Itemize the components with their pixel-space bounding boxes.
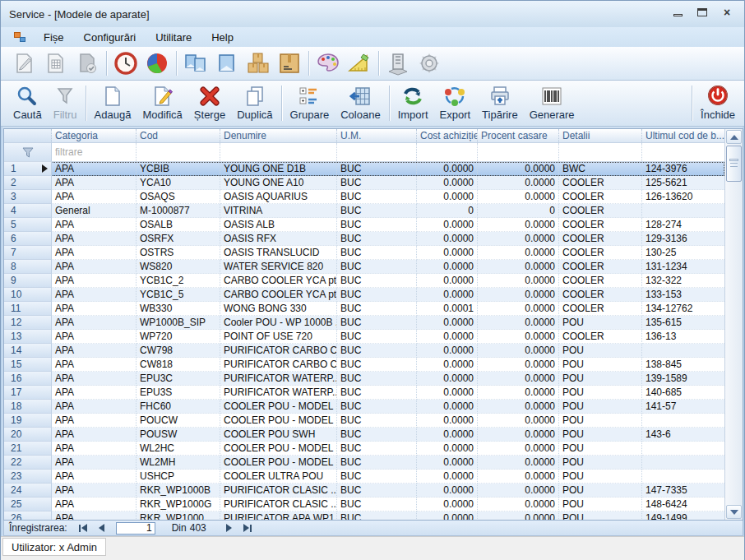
duplica-button[interactable]: Duplică — [231, 82, 278, 124]
menu-item-utilitare[interactable]: Utilitare — [146, 29, 201, 46]
generare-button[interactable]: Generare — [524, 82, 581, 124]
table-row[interactable]: 2 APA YCA10 YOUNG ONE A10 BUC 0.0000 0.0… — [4, 176, 724, 190]
column-header[interactable]: Cost achiziție — [417, 129, 478, 142]
user-status: Utilizator: x Admin — [2, 538, 106, 556]
filter-funnel-icon — [22, 147, 34, 158]
cauta-icon — [16, 85, 39, 107]
scroll-thumb[interactable] — [726, 146, 742, 182]
pie-chart-icon[interactable] — [141, 49, 173, 78]
tiparire-button[interactable]: Tipărire — [476, 82, 524, 124]
filtru-button[interactable]: Filtru — [48, 82, 83, 124]
palette-icon[interactable] — [312, 49, 344, 78]
table-row[interactable]: 4 General M-1000877 VITRINA BUC 0 0 COOL… — [4, 204, 724, 218]
adauga-button[interactable]: Adaugă — [89, 82, 137, 124]
row-number: 3 — [4, 190, 52, 204]
menu-bar: FișeConfigurăriUtilitareHelp × — [1, 27, 744, 47]
filter-cell[interactable] — [559, 143, 642, 161]
package-icon[interactable] — [274, 49, 305, 78]
filter-cell[interactable] — [417, 143, 478, 161]
previous-record-button[interactable] — [99, 524, 104, 532]
column-header[interactable]: U.M. — [337, 129, 417, 142]
boxes-blue-icon[interactable] — [180, 49, 211, 78]
table-row[interactable]: 26 APA RKR_WP1000 PURIFICATOR APA WP1 BU… — [4, 511, 724, 520]
table-row[interactable]: 21 APA WL2HC COOLER POU - MODEL ... BUC … — [4, 442, 724, 456]
minimize-button[interactable] — [672, 7, 683, 17]
grid-filter-row — [4, 143, 724, 162]
last-record-button[interactable] — [243, 524, 252, 532]
gear-icon[interactable] — [414, 49, 445, 78]
tiparire-icon — [488, 85, 511, 107]
filter-cell[interactable] — [478, 143, 559, 161]
edit-document-icon[interactable] — [9, 49, 40, 78]
packages-stack-icon[interactable] — [243, 49, 274, 78]
table-row[interactable]: 16 APA EPU3C PURIFICATOR WATERP... BUC 0… — [4, 372, 724, 386]
column-header[interactable]: Detalii — [559, 129, 642, 142]
table-row[interactable]: 23 APA USHCP COOLER ULTRA POU BUC 0.0000… — [4, 470, 724, 484]
column-header[interactable]: Ultimul cod de b... — [642, 129, 724, 142]
close-button[interactable]: × — [721, 7, 733, 17]
column-header[interactable]: Procent casare — [478, 129, 559, 142]
table-row[interactable]: 24 APA RKR_WP1000B PURIFICATOR CLASIC ..… — [4, 484, 724, 498]
close-form-button[interactable]: Închide — [695, 82, 741, 124]
box-blue-icon[interactable] — [211, 49, 243, 78]
table-row[interactable]: 20 APA POUSW COOLER POU SWH BUC 0.0000 0… — [4, 428, 724, 442]
filter-input[interactable] — [52, 143, 136, 161]
filter-cell[interactable] — [337, 143, 417, 161]
next-record-button[interactable] — [226, 524, 232, 532]
column-header[interactable]: Categoria — [52, 129, 137, 142]
table-row[interactable]: 15 APA CW818 PURIFICATOR CARBO C... BUC … — [4, 358, 724, 372]
table-row[interactable]: 6 APA OSRFX OASIS RFX BUC 0.0000 0.0000 … — [4, 232, 724, 246]
grupare-button[interactable]: Grupare — [285, 82, 335, 124]
import-icon — [401, 85, 424, 107]
table-row[interactable]: 9 APA YCB1C_2 CARBO COOLER YCA pt 2l BUC… — [4, 274, 724, 288]
building-icon[interactable] — [382, 49, 414, 78]
table-row[interactable]: 18 APA FHC60 COOLER POU - MODEL ... BUC … — [4, 400, 724, 414]
table-row[interactable]: 12 APA WP1000B_SIP Cooler POU - WP 1000B… — [4, 316, 724, 330]
window-title: Service - [Modele de aparate] — [9, 8, 150, 21]
filter-cell[interactable] — [642, 143, 724, 161]
clock-icon[interactable] — [110, 49, 141, 78]
menu-item-configurri[interactable]: Configurări — [74, 29, 146, 46]
column-header[interactable]: Denumire — [220, 129, 337, 142]
record-number-input[interactable] — [116, 522, 155, 535]
design-ruler-icon[interactable] — [344, 49, 375, 78]
export-button[interactable]: Export — [434, 82, 477, 124]
scroll-up-button[interactable] — [726, 130, 742, 144]
generare-icon — [540, 85, 563, 107]
app-window: Service - [Modele de aparate] × FișeConf… — [0, 0, 745, 560]
table-row[interactable]: 7 APA OSTRS OASIS TRANSLUCID BUC 0.0000 … — [4, 246, 724, 260]
table-row[interactable]: 10 APA YCB1C_5 CARBO COOLER YCA pt 5l BU… — [4, 288, 724, 302]
table-row[interactable]: 22 APA WL2MH COOLER POU - MODEL ... BUC … — [4, 456, 724, 470]
modifica-button[interactable]: Modifică — [137, 82, 187, 124]
coloane-button[interactable]: Coloane — [335, 82, 386, 124]
report-document-icon[interactable] — [40, 49, 72, 78]
document-check-icon[interactable] — [72, 49, 103, 78]
row-number: 8 — [4, 260, 52, 274]
table-row[interactable]: 3 APA OSAQS OASIS AQUARIUS BUC 0.0000 0.… — [4, 190, 724, 204]
table-row[interactable]: 13 APA WP720 POINT OF USE 720 BUC 0.0000… — [4, 330, 724, 344]
menu-item-fie[interactable]: Fișe — [34, 29, 74, 46]
column-header[interactable]: Cod — [137, 129, 220, 142]
of-label: Din — [172, 522, 187, 534]
import-button[interactable]: Import — [392, 82, 434, 124]
table-row[interactable]: 19 APA POUCW COOLER POU - MODEL ... BUC … — [4, 414, 724, 428]
filter-cell[interactable] — [137, 143, 220, 161]
first-record-button[interactable] — [79, 524, 87, 532]
table-row[interactable]: 5 APA OSALB OASIS ALB BUC 0.0000 0.0000 … — [4, 218, 724, 232]
sterge-button[interactable]: Șterge — [188, 82, 231, 124]
coloane-icon — [349, 85, 372, 107]
adauga-icon — [101, 85, 124, 107]
vertical-scrollbar[interactable] — [724, 129, 743, 520]
menu-item-help[interactable]: Help — [201, 29, 243, 46]
table-row[interactable]: 14 APA CW798 PURIFICATOR CARBO C... BUC … — [4, 344, 724, 358]
row-number: 15 — [4, 358, 52, 372]
table-row[interactable]: 8 APA WS820 WATER SERVICE 820 BUC 0.0000… — [4, 260, 724, 274]
scroll-down-button[interactable] — [726, 505, 742, 519]
table-row[interactable]: 1 APA YCBIB YOUNG ONE D1B BUC 0.0000 0.0… — [4, 162, 724, 176]
table-row[interactable]: 11 APA WB330 WONG BONG 330 BUC 0.0001 0.… — [4, 302, 724, 316]
table-row[interactable]: 25 APA RKR_WP1000G PURIFICATOR CLASIC ..… — [4, 498, 724, 511]
maximize-button[interactable] — [696, 7, 708, 17]
table-row[interactable]: 17 APA EPU3S PURIFICATOR WATERP... BUC 0… — [4, 386, 724, 400]
cauta-button[interactable]: Caută — [7, 82, 48, 124]
filter-cell[interactable] — [220, 143, 337, 161]
